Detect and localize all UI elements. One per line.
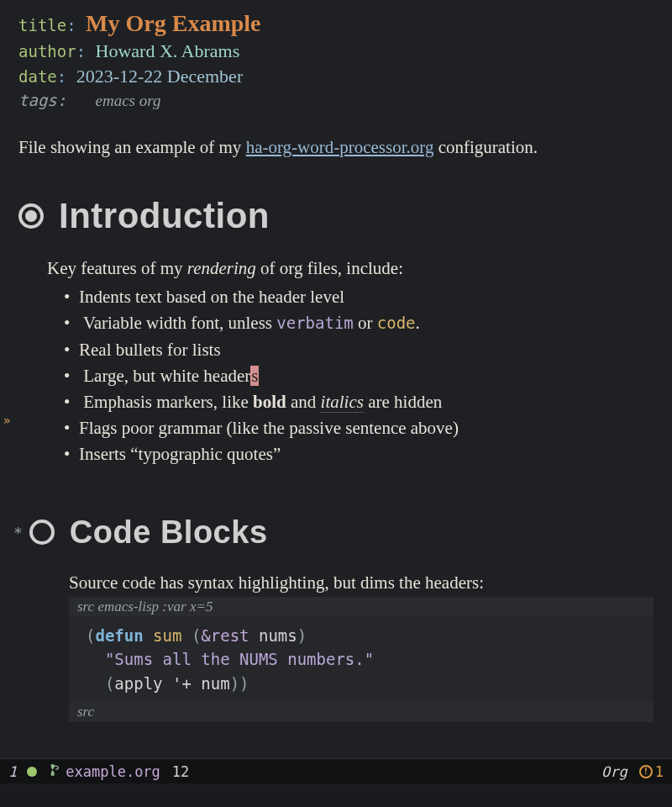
heading-bullet-icon [29,520,55,545]
list-item: Indents text based on the header level [79,284,654,310]
heading-star-icon: * [13,524,23,541]
org-keyword-date: date: 2023-12-22 December [18,66,654,87]
verbatim-text: verbatim [276,314,354,332]
mode-line[interactable]: 1 example.org 12 Org ! 1 [0,758,672,783]
code-intro-paragraph: Source code has syntax highlighting, but… [69,572,654,593]
org-keyword-title: title: My Org Example [18,10,654,37]
fringe-indicator-icon: » [3,414,10,427]
org-keyword-author: author: Howard X. Abrams [18,40,654,62]
echo-area [0,783,672,807]
list-item: Large, but white headers [79,363,654,389]
source-block[interactable]: src emacs-lisp :var x=5 (defun sum (&res… [69,597,654,723]
list-item: Emphasis markers, like bold and italics … [79,389,654,415]
editor-buffer[interactable]: » title: My Org Example author: Howard X… [0,0,672,761]
heading-text: Code Blocks [70,514,268,551]
heading-introduction[interactable]: Introduction [18,196,654,236]
config-link[interactable]: ha-org-word-processor.org [246,137,434,157]
org-keyword-tags: tags: emacs org [18,91,654,110]
heading-bullet-icon [18,203,44,229]
meta-key: date [18,67,57,86]
flycheck-warning[interactable]: ! 1 [639,763,664,780]
intro-paragraph: File showing an example of my ha-org-wor… [18,135,654,159]
warning-icon: ! [639,765,653,778]
meta-key: title [18,16,66,34]
buffer-icon [47,762,60,780]
source-block-footer: src [69,702,654,722]
window-number: 1 [8,763,17,780]
modified-indicator-icon [27,767,37,777]
warning-count: 1 [655,763,664,780]
text-cursor: s [250,366,259,386]
list-item: Variable width font, unless verbatim or … [79,310,654,336]
source-block-header: src emacs-lisp :var x=5 [69,597,654,617]
list-item: Flags poor grammar (like the passive sen… [79,415,654,441]
list-item: Inserts “typographic quotes” [79,441,654,467]
buffer-name[interactable]: example.org [66,763,160,780]
meta-key: author [18,42,76,61]
source-block-body[interactable]: (defun sum (&rest nums) "Sums all the NU… [69,617,654,703]
line-number: 12 [172,763,189,780]
meta-key: tags: [18,91,66,109]
feature-list: Indents text based on the header level V… [79,284,654,467]
meta-title-value: My Org Example [86,10,260,36]
meta-author-value: Howard X. Abrams [96,40,240,61]
heading-code-blocks[interactable]: * Code Blocks [13,514,654,551]
list-item: Real bullets for lists [79,337,654,363]
meta-tags-value: emacs org [96,92,161,109]
lead-paragraph: Key features of my rendering of org file… [47,258,654,279]
code-text: code [377,314,416,332]
major-mode[interactable]: Org [601,763,627,780]
heading-text: Introduction [59,196,270,236]
meta-date-value: 2023-12-22 December [76,66,244,87]
